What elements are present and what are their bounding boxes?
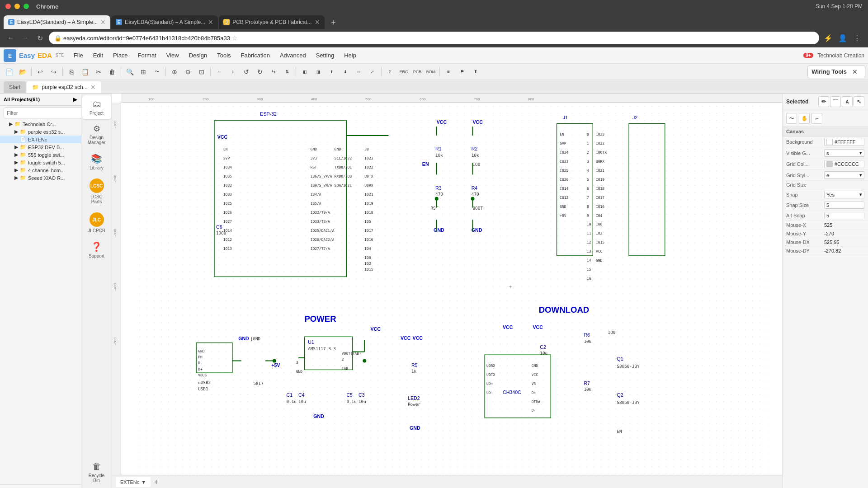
url-box[interactable]: 🔒 easyeda.com/editor#id=9e0774e6431b4131… xyxy=(49,32,819,44)
gs-dropdown[interactable]: e ▾ xyxy=(824,171,864,179)
nav-lcsc[interactable]: LCSC LCSCParts xyxy=(82,175,111,208)
tb-zoom-out[interactable]: ⊖ xyxy=(182,66,194,78)
gc-value[interactable]: #CCCCCC xyxy=(824,160,864,168)
snap-dropdown[interactable]: Yes ▾ xyxy=(824,191,864,198)
menu-edit[interactable]: Edit xyxy=(89,50,108,61)
nav-jlcpcb[interactable]: JLC JLCPCB xyxy=(82,209,111,237)
tb-align-r[interactable]: ◨ xyxy=(312,66,325,78)
tb-find[interactable]: 🔍 xyxy=(123,66,136,78)
tb-netflag[interactable]: ⚑ xyxy=(456,66,468,78)
alt-snap-value[interactable]: 5 xyxy=(824,212,864,219)
menu-file[interactable]: File xyxy=(69,50,88,61)
tb-erc[interactable]: ERC xyxy=(397,66,410,78)
tb-fit[interactable]: ⊡ xyxy=(195,66,208,78)
tb-copy[interactable]: ⎘ xyxy=(65,66,78,78)
tb-dist-v[interactable]: ⤢ xyxy=(366,66,379,78)
menu-help[interactable]: Help xyxy=(340,50,361,61)
tb-mirror-x[interactable]: ↔ xyxy=(213,66,226,78)
tb-delete[interactable]: 🗑 xyxy=(106,66,118,78)
menu-setting[interactable]: Setting xyxy=(311,50,339,61)
tb-paste[interactable]: 📋 xyxy=(79,66,91,78)
canvas-area[interactable]: 100 200 300 400 500 600 700 800 -100 -20… xyxy=(112,94,782,488)
tree-purple-esp32[interactable]: ▶ 📁 purple esp32 s... xyxy=(0,128,81,136)
more-btn[interactable]: ⋮ xyxy=(852,34,863,42)
tab-3-close[interactable]: ✕ xyxy=(315,19,320,26)
wt-pencil[interactable]: ✏ xyxy=(818,96,829,107)
bookmark-icon[interactable]: ☆ xyxy=(232,34,238,42)
browser-tab-2[interactable]: E EasyEDA(Standard) – A Simple... ✕ xyxy=(111,15,218,29)
nav-design-manager[interactable]: ⚙ DesignManager xyxy=(82,120,111,149)
tb-undo[interactable]: ↩ xyxy=(34,66,47,78)
mac-minimize-btn[interactable] xyxy=(14,4,20,9)
tb-align-t[interactable]: ⬆ xyxy=(326,66,338,78)
tree-toggle[interactable]: ▶📁toggle switch 5... xyxy=(0,159,81,166)
menu-design[interactable]: Design xyxy=(184,50,212,61)
tb-align-l[interactable]: ◧ xyxy=(298,66,311,78)
forward-btn[interactable]: → xyxy=(20,34,31,42)
tb-zoom-in[interactable]: ⊕ xyxy=(168,66,181,78)
filter-input[interactable] xyxy=(4,108,85,118)
tb-new[interactable]: 📄 xyxy=(3,66,15,78)
editor-tab-schematic[interactable]: 📁 purple esp32 sch... ✕ xyxy=(27,81,101,93)
menu-view[interactable]: View xyxy=(162,50,184,61)
menu-format[interactable]: Format xyxy=(133,50,161,61)
menu-place[interactable]: Place xyxy=(108,50,132,61)
tb-rot-ccw[interactable]: ↺ xyxy=(240,66,253,78)
sheet-tab-extenc[interactable]: EXTENc ▼ xyxy=(116,477,151,487)
menu-fabrication[interactable]: Fabrication xyxy=(236,50,274,61)
tb-cut[interactable]: ✂ xyxy=(92,66,105,78)
tb-flip-h[interactable]: ⇆ xyxy=(267,66,280,78)
browser-tab-3[interactable]: J PCB Prototype & PCB Fabricat... ✕ xyxy=(219,15,324,29)
bg-value[interactable]: #FFFFFF xyxy=(824,138,864,146)
browser-tab-1[interactable]: E EasyEDA(Standard) – A Simple... ✕ xyxy=(4,15,110,29)
back-btn[interactable]: ← xyxy=(5,34,16,42)
new-tab-btn[interactable]: + xyxy=(327,16,340,29)
notification-btn[interactable]: 9+ xyxy=(803,53,813,58)
tb-share[interactable]: ⬆ xyxy=(469,66,482,78)
tb-wire[interactable]: 〜 xyxy=(151,66,163,78)
refresh-btn[interactable]: ↻ xyxy=(34,34,45,42)
tb-open[interactable]: 📂 xyxy=(16,66,29,78)
tree-seeed[interactable]: ▶📁Seeed XIAO R... xyxy=(0,174,81,182)
tb-align-b[interactable]: ⬇ xyxy=(339,66,352,78)
tb-sym[interactable]: Σ xyxy=(384,66,396,78)
add-sheet-btn[interactable]: + xyxy=(154,478,158,486)
wt-corner[interactable]: ⌐ xyxy=(811,113,822,124)
tree-extenc[interactable]: 📄 EXTENc xyxy=(0,136,81,143)
nav-recycle[interactable]: 🗑 RecycleBin xyxy=(82,458,111,487)
extensions-btn[interactable]: ⚡ xyxy=(823,34,834,42)
menu-tools[interactable]: Tools xyxy=(212,50,235,61)
nav-library[interactable]: 📚 Library xyxy=(82,150,111,174)
wt-arc[interactable]: ⌒ xyxy=(830,96,841,107)
tb-redo[interactable]: ↪ xyxy=(47,66,60,78)
vg-dropdown[interactable]: s ▾ xyxy=(824,149,864,157)
tb-pcb[interactable]: PCB xyxy=(411,66,424,78)
nav-project[interactable]: 🗂 Project xyxy=(82,95,111,119)
tree-4channel[interactable]: ▶📁4 channel hom... xyxy=(0,166,81,174)
tree-555[interactable]: ▶📁555 toggle swi... xyxy=(0,151,81,159)
tb-bom[interactable]: BOM xyxy=(425,66,437,78)
menu-advanced[interactable]: Advanced xyxy=(275,50,311,61)
tab-1-close[interactable]: ✕ xyxy=(100,19,106,26)
tb-layers[interactable]: ≡ xyxy=(442,66,455,78)
sidebar-expand-icon[interactable]: ▶ xyxy=(73,96,77,103)
tab-2-close[interactable]: ✕ xyxy=(208,19,213,26)
tb-mirror-y[interactable]: ↕ xyxy=(226,66,239,78)
tree-esp32dev[interactable]: ▶📁ESP32 DEV B... xyxy=(0,143,81,151)
sheet-tab-dropdown[interactable]: ▼ xyxy=(141,479,146,485)
mac-close-btn[interactable] xyxy=(5,4,11,9)
tb-rot-cw[interactable]: ↻ xyxy=(254,66,266,78)
wt-wire[interactable]: 〜 xyxy=(786,113,797,124)
tree-technolab[interactable]: ▶ 📁 Technolab Cr... xyxy=(0,120,81,128)
tb-flip-v[interactable]: ⇅ xyxy=(281,66,293,78)
tb-align[interactable]: ⊞ xyxy=(137,66,150,78)
tb-dist-h[interactable]: ⇿ xyxy=(353,66,365,78)
editor-tab-start[interactable]: Start xyxy=(4,81,26,93)
wt-label[interactable]: A xyxy=(842,96,853,107)
tab-schematic-close[interactable]: ✕ xyxy=(90,84,96,91)
wt-cursor[interactable]: ↖ xyxy=(854,96,864,107)
canvas-content[interactable]: ESP-32 VCC EN SVP IO34 IO35 IO32 IO33 IO… xyxy=(121,103,782,475)
profile-btn[interactable]: 👤 xyxy=(837,34,848,42)
wt-panel-toggle[interactable]: ✕ xyxy=(849,66,861,78)
snap-size-value[interactable]: 5 xyxy=(824,202,864,209)
